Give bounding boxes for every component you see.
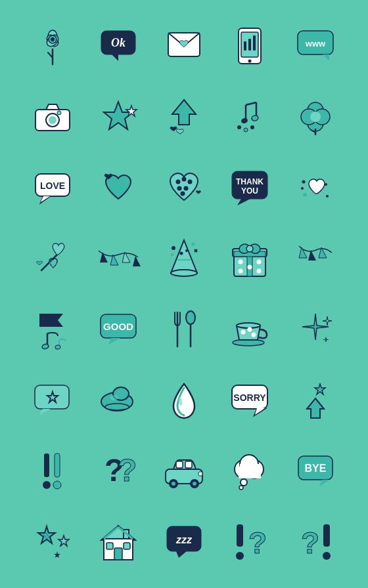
svg-point-110 xyxy=(237,323,260,328)
svg-marker-8 xyxy=(112,54,118,61)
svg-point-138 xyxy=(193,482,196,486)
cell-cutlery xyxy=(151,294,217,365)
sorry-bubble-icon: SORRY xyxy=(227,377,273,423)
svg-point-129 xyxy=(53,481,61,489)
svg-text:THANK: THANK xyxy=(236,177,264,186)
svg-text:?: ? xyxy=(118,453,137,488)
svg-point-145 xyxy=(239,486,243,490)
stars-icon xyxy=(95,94,141,140)
svg-point-167 xyxy=(236,552,244,560)
svg-point-119 xyxy=(110,395,118,400)
cell-exclamations xyxy=(20,436,85,507)
cell-sorry-bubble: SORRY xyxy=(217,365,283,436)
svg-text:www: www xyxy=(305,39,326,49)
svg-point-117 xyxy=(105,404,129,410)
good-bubble-icon: GOOD xyxy=(95,306,141,352)
svg-marker-164 xyxy=(176,551,187,558)
arrow-down-sparkle-icon xyxy=(292,377,338,423)
svg-rect-15 xyxy=(253,35,256,51)
svg-rect-133 xyxy=(176,461,183,468)
svg-point-59 xyxy=(303,193,307,197)
svg-marker-152 xyxy=(54,551,60,558)
love-bubble-icon: LOVE xyxy=(30,165,76,211)
svg-point-99 xyxy=(55,345,61,349)
cell-polka-heart xyxy=(151,152,217,223)
svg-point-30 xyxy=(241,117,248,124)
svg-point-57 xyxy=(301,187,304,190)
bunting-icon xyxy=(95,236,141,282)
svg-rect-114 xyxy=(35,385,69,409)
music-notes-icon xyxy=(227,94,273,140)
cell-heart-wand xyxy=(20,223,85,294)
cell-cloud-bubble xyxy=(217,436,283,507)
svg-point-23 xyxy=(57,111,61,115)
www-bubble-icon: www xyxy=(292,23,338,69)
svg-point-46 xyxy=(176,180,181,184)
svg-point-75 xyxy=(192,243,195,246)
svg-point-51 xyxy=(181,192,185,196)
svg-point-16 xyxy=(248,60,252,63)
cell-www-bubble: www xyxy=(283,10,348,81)
heart-sparkle-icon xyxy=(292,165,338,211)
cell-music-flag xyxy=(20,294,85,365)
clover-icon xyxy=(292,94,338,140)
svg-marker-66 xyxy=(100,252,108,262)
envelope-icon xyxy=(161,23,207,69)
svg-point-144 xyxy=(241,479,247,486)
svg-point-48 xyxy=(188,180,193,184)
svg-rect-13 xyxy=(244,41,246,51)
cell-thank-you-bubble: THANK YOU xyxy=(217,152,283,223)
cell-party-hat xyxy=(151,223,217,294)
teacup-icon xyxy=(227,306,273,352)
cell-bunting xyxy=(85,223,151,294)
svg-marker-150 xyxy=(38,526,55,543)
svg-rect-76 xyxy=(170,253,173,256)
svg-marker-26 xyxy=(172,100,196,125)
svg-marker-101 xyxy=(108,338,120,345)
svg-point-33 xyxy=(244,128,248,132)
hearts-icon xyxy=(95,165,141,211)
cell-exclaim-question: ? xyxy=(217,507,283,578)
exclaim-question-icon: ? xyxy=(227,519,273,565)
svg-point-127 xyxy=(43,481,51,489)
svg-marker-53 xyxy=(237,199,250,205)
question-marks-icon: ? ? xyxy=(95,448,141,494)
cell-good-bubble: GOOD xyxy=(85,294,151,365)
svg-point-50 xyxy=(184,186,189,191)
bunting2-icon xyxy=(292,236,338,282)
svg-point-60 xyxy=(326,195,329,198)
svg-text:zzz: zzz xyxy=(175,534,193,545)
svg-point-111 xyxy=(241,330,246,335)
svg-text:?: ? xyxy=(301,526,319,560)
svg-point-88 xyxy=(248,265,252,270)
angry-bubble-icon xyxy=(30,377,76,423)
svg-rect-126 xyxy=(44,453,49,477)
cell-teacup xyxy=(217,294,283,365)
cell-question-exclaim: ? xyxy=(283,507,348,578)
svg-marker-115 xyxy=(39,409,51,415)
svg-point-107 xyxy=(186,311,195,324)
exclamations-icon xyxy=(30,448,76,494)
svg-marker-151 xyxy=(58,536,69,546)
car-icon xyxy=(161,448,207,494)
svg-point-39 xyxy=(310,112,321,122)
svg-text:Ok: Ok xyxy=(111,36,126,49)
svg-rect-158 xyxy=(106,543,113,549)
cell-music-notes xyxy=(217,81,283,152)
svg-point-89 xyxy=(257,260,262,264)
cell-beret xyxy=(85,365,151,436)
cell-heart-sparkle xyxy=(283,152,348,223)
svg-text:LOVE: LOVE xyxy=(40,180,65,191)
thank-you-bubble-icon: THANK YOU xyxy=(227,165,273,211)
svg-marker-125 xyxy=(307,398,324,418)
cell-sparkles xyxy=(283,294,348,365)
svg-point-32 xyxy=(237,125,241,129)
house-icon xyxy=(95,519,141,565)
cell-love-bubble: LOVE xyxy=(20,152,85,223)
cell-angry-bubble xyxy=(20,365,85,436)
svg-point-136 xyxy=(172,482,175,486)
cell-ok-bubble: Ok xyxy=(85,10,151,81)
svg-rect-166 xyxy=(237,524,243,547)
svg-point-171 xyxy=(323,552,331,560)
cell-clover xyxy=(283,81,348,152)
